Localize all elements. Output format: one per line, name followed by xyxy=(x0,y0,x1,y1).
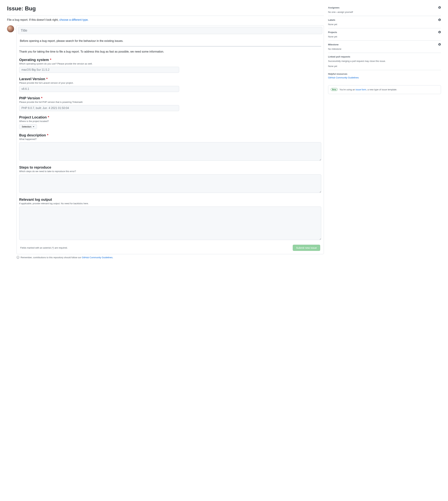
page-header: Issue: Bug xyxy=(7,5,324,16)
projects-title: Projects xyxy=(328,31,337,33)
linked-title: Linked pull requests xyxy=(328,55,350,58)
field-log-label: Relevant log output xyxy=(19,198,52,202)
sidebar-labels: Labels None yet xyxy=(328,16,441,28)
required-note: Fields marked with an asterisk (*) are r… xyxy=(20,247,68,249)
avatar[interactable] xyxy=(7,25,14,32)
projects-body: None yet xyxy=(328,35,441,38)
thanks-text: Thank you for taking the time to file a … xyxy=(19,50,321,53)
field-laravel-label: Laravel Version xyxy=(19,77,45,81)
required-mark: * xyxy=(48,115,49,119)
sidebar-linked: Linked pull requests Successfully mergin… xyxy=(328,53,441,70)
field-steps-label: Steps to reproduce xyxy=(19,165,51,170)
field-location: Project Location* Where is the project l… xyxy=(19,115,321,129)
milestone-title: Milestone xyxy=(328,43,339,46)
preface-text: Before opening a bug report, please sear… xyxy=(20,39,320,43)
page-title: Issue: Bug xyxy=(7,5,324,12)
issue-form-link[interactable]: issue form xyxy=(356,88,366,91)
required-mark: * xyxy=(41,96,43,100)
php-input[interactable] xyxy=(19,105,179,111)
issue-form: Before opening a bug report, please sear… xyxy=(16,25,324,254)
linked-desc: Successfully merging a pull request may … xyxy=(328,60,441,63)
assignees-body[interactable]: No one—assign yourself xyxy=(328,11,441,13)
sidebar-assignees: Assignees No one—assign yourself xyxy=(328,6,441,16)
field-php-desc: Please provide the full PHP version that… xyxy=(19,101,321,103)
field-bug-label: Bug description xyxy=(19,133,46,137)
divider xyxy=(19,46,321,47)
required-mark: * xyxy=(46,77,48,81)
field-log-desc: If applicable, provide relevant log outp… xyxy=(19,202,321,205)
laravel-input[interactable] xyxy=(19,86,179,92)
gear-icon[interactable] xyxy=(438,43,441,46)
chevron-down-icon xyxy=(33,126,34,127)
beta-badge: Beta xyxy=(331,88,338,91)
field-steps: Steps to reproduce Which steps do we nee… xyxy=(19,165,321,193)
help-link[interactable]: GitHub Community Guidelines xyxy=(328,76,359,79)
field-os: Operating system* Which operating system… xyxy=(19,58,321,73)
os-input[interactable] xyxy=(19,67,179,73)
gear-icon[interactable] xyxy=(438,18,441,21)
field-location-label: Project Location xyxy=(19,115,47,119)
required-mark: * xyxy=(50,58,51,62)
required-mark: * xyxy=(47,133,48,137)
sidebar-help: Helpful resources GitHub Community Guide… xyxy=(328,70,441,81)
field-location-desc: Where is the project located? xyxy=(19,120,321,123)
choose-type-link[interactable]: choose a different type. xyxy=(59,18,88,21)
sidebar-projects: Projects None yet xyxy=(328,28,441,41)
submit-button[interactable]: Submit new issue xyxy=(293,245,320,251)
field-bug: Bug description* What happened? xyxy=(19,133,321,161)
info-icon xyxy=(16,256,19,259)
field-php-label: PHP Version xyxy=(19,96,40,100)
field-steps-desc: Which steps do we need to take to reprod… xyxy=(19,170,321,173)
contrib-footer: Remember, contributions to this reposito… xyxy=(7,256,324,259)
page-subtitle: File a bug report. If this doesn't look … xyxy=(7,18,324,21)
bug-textarea[interactable] xyxy=(19,142,321,161)
gear-icon[interactable] xyxy=(438,6,441,9)
title-input[interactable] xyxy=(18,27,322,34)
location-select-label: Selection: xyxy=(22,125,32,128)
log-textarea[interactable] xyxy=(19,206,321,240)
field-laravel-desc: Please provide the full Laravel version … xyxy=(19,81,321,84)
info-box: Beta You're using an issue form, a new t… xyxy=(328,85,441,94)
guidelines-link[interactable]: GitHub Community Guidelines. xyxy=(82,256,113,259)
field-bug-desc: What happened? xyxy=(19,138,321,141)
field-log: Relevant log output If applicable, provi… xyxy=(19,198,321,240)
field-os-desc: Which operating system do you use? Pleas… xyxy=(19,63,321,65)
milestone-body: No milestone xyxy=(328,48,441,50)
labels-title: Labels xyxy=(328,19,335,21)
labels-body: None yet xyxy=(328,23,441,26)
gear-icon[interactable] xyxy=(438,31,441,33)
field-php: PHP Version* Please provide the full PHP… xyxy=(19,96,321,111)
field-os-label: Operating system xyxy=(19,58,49,62)
field-laravel: Laravel Version* Please provide the full… xyxy=(19,77,321,92)
sidebar-milestone: Milestone No milestone xyxy=(328,41,441,53)
location-select[interactable]: Selection: xyxy=(19,124,37,129)
steps-textarea[interactable] xyxy=(19,174,321,193)
linked-body: None yet xyxy=(328,65,441,67)
sidebar: Assignees No one—assign yourself Labels … xyxy=(328,5,441,259)
help-title: Helpful resources xyxy=(328,73,347,75)
assignees-title: Assignees xyxy=(328,6,339,9)
